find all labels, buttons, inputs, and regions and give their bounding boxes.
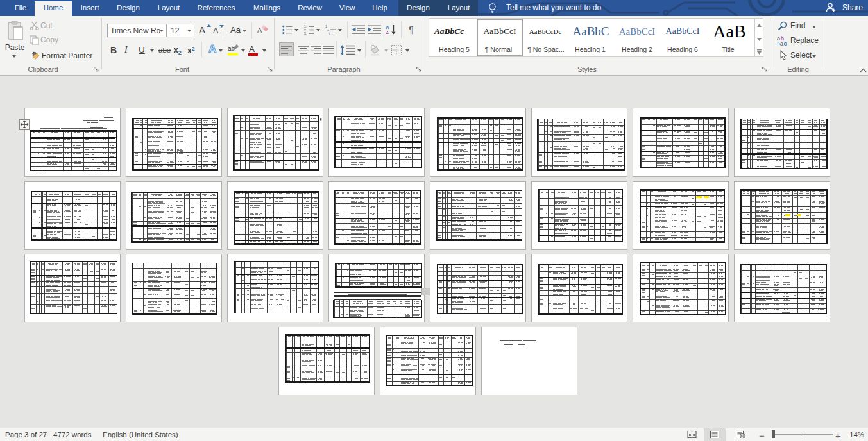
svg-text:c: c bbox=[784, 40, 787, 46]
svg-text:3.: 3. bbox=[304, 31, 307, 35]
svg-text:i: i bbox=[329, 31, 330, 35]
svg-text:A: A bbox=[257, 26, 262, 34]
svg-text:Z: Z bbox=[386, 30, 389, 35]
